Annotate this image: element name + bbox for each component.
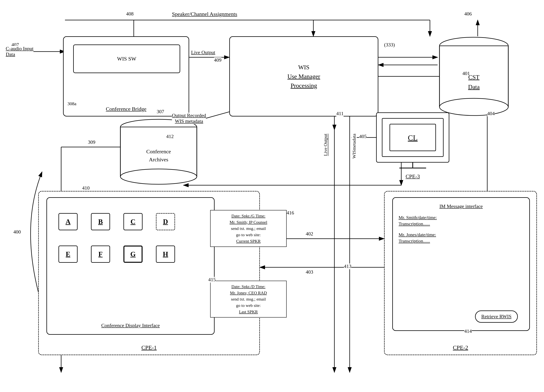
label-403: 403 (306, 269, 313, 275)
label-409: 409 (214, 57, 221, 63)
wis-use-manager-box: WISUse ManagerProcessing (229, 36, 378, 117)
wis-sw-box: WIS SW (73, 45, 180, 73)
mr-jones-label: Mr. Jones/date/time: (399, 232, 436, 237)
conference-bridge-label: Conference Bridge (106, 106, 146, 112)
retrieve-rwis-container: Retrieve RWIS (475, 310, 518, 323)
label-309: 309 (88, 139, 95, 145)
wis-use-manager-label: WISUse ManagerProcessing (287, 63, 320, 90)
cst-data-label: CSTData (468, 74, 480, 90)
conference-archives-label: ConferenceArchives (146, 149, 171, 163)
cst-data-cylinder: CSTData (438, 36, 510, 117)
conference-display-interface-box: A B C D E F G (47, 197, 215, 335)
speaker-channel-label: Speaker/Channel Assignments (172, 11, 237, 17)
key-D[interactable]: D (156, 213, 175, 230)
live-output-vertical-label: Live Output (323, 134, 328, 156)
mr-smith-transcription: Transcription...... (399, 221, 430, 227)
svg-point-36 (120, 169, 197, 184)
output-recorded-label: Output RecordedWIS metadata (172, 113, 206, 124)
conference-display-label: Conference Display Interface (101, 323, 160, 328)
cpe1-label: CPE-1 (142, 344, 157, 351)
live-output-409-label: Live Output (191, 50, 215, 55)
im-message-box: IM Message interface Mr. Smith/date/time… (392, 197, 530, 331)
label-406: 406 (464, 11, 472, 17)
c-audio-label: C-audio InputData (6, 46, 33, 57)
key-G[interactable]: G (124, 246, 142, 263)
label-411: 411 (336, 111, 343, 117)
cpe2-label: CPE-2 (453, 344, 468, 351)
label-413: 413 (344, 263, 351, 269)
label-333: (333) (384, 42, 395, 48)
key-C[interactable]: C (124, 213, 142, 230)
key-B[interactable]: B (91, 213, 110, 230)
label-404: 404 (487, 111, 495, 117)
wis-metadata-label: WISmetadata (352, 134, 357, 159)
key-F[interactable]: F (91, 246, 110, 263)
label-402: 402 (306, 231, 313, 237)
key-E[interactable]: E (59, 246, 77, 263)
conference-bridge-box: WIS SW 308a Conference Bridge (63, 36, 189, 117)
wis-sw-label: WIS SW (117, 56, 136, 62)
conference-archives-cylinder: ConferenceArchives (118, 118, 199, 185)
svg-text:CL: CL (408, 134, 418, 142)
retrieve-rwis-button[interactable]: Retrieve RWIS (475, 310, 518, 323)
cpe2-box: IM Message interface Mr. Smith/date/time… (384, 191, 537, 355)
label-414: 414 (464, 328, 472, 334)
mr-smith-label: Mr. Smith/date/time: (399, 215, 437, 220)
label-405: 405 (359, 134, 367, 139)
cpe3-monitor: CL CPE-3 (374, 111, 451, 174)
key-A[interactable]: A (59, 213, 77, 230)
cpe3-label: CPE-3 (406, 173, 420, 180)
label-416: 416 (287, 210, 294, 216)
mr-jones-transcription: Transcription...... (399, 239, 430, 244)
label-307: 307 (157, 109, 164, 115)
popup-415: Date: Spkr./D Time: Mr. Jones; CEO RAD s… (210, 281, 287, 317)
key-H[interactable]: H (156, 246, 175, 263)
label-408: 408 (126, 11, 134, 17)
im-message-label: IM Message interface (399, 204, 524, 209)
conference-bridge-id: 308a (67, 101, 77, 106)
label-412: 412 (166, 134, 174, 139)
label-415: 415 (208, 277, 216, 283)
popup-416: Date: Spkr./G Time: Mr. Smith; IP Counse… (210, 210, 287, 247)
label-400: 400 (13, 229, 21, 235)
label-410: 410 (82, 185, 90, 191)
